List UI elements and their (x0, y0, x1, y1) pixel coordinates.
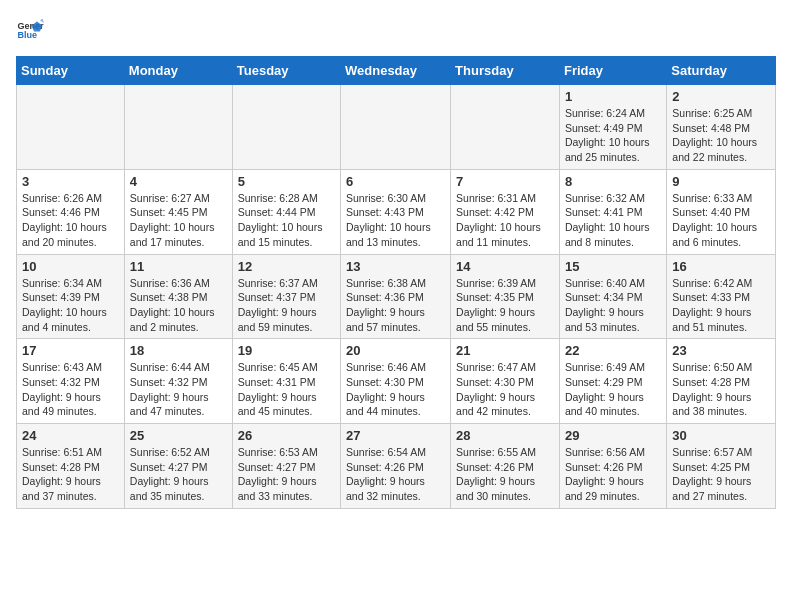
day-cell: 6Sunrise: 6:30 AM Sunset: 4:43 PM Daylig… (341, 169, 451, 254)
week-row-5: 24Sunrise: 6:51 AM Sunset: 4:28 PM Dayli… (17, 424, 776, 509)
header: General Blue (16, 16, 776, 44)
day-info: Sunrise: 6:37 AM Sunset: 4:37 PM Dayligh… (238, 276, 335, 335)
col-header-tuesday: Tuesday (232, 57, 340, 85)
day-cell: 5Sunrise: 6:28 AM Sunset: 4:44 PM Daylig… (232, 169, 340, 254)
day-cell: 8Sunrise: 6:32 AM Sunset: 4:41 PM Daylig… (559, 169, 666, 254)
day-number: 21 (456, 343, 554, 358)
day-cell: 10Sunrise: 6:34 AM Sunset: 4:39 PM Dayli… (17, 254, 125, 339)
day-number: 16 (672, 259, 770, 274)
calendar-table: SundayMondayTuesdayWednesdayThursdayFrid… (16, 56, 776, 509)
day-cell: 14Sunrise: 6:39 AM Sunset: 4:35 PM Dayli… (451, 254, 560, 339)
day-number: 14 (456, 259, 554, 274)
day-cell (124, 85, 232, 170)
day-number: 7 (456, 174, 554, 189)
day-info: Sunrise: 6:44 AM Sunset: 4:32 PM Dayligh… (130, 360, 227, 419)
day-info: Sunrise: 6:54 AM Sunset: 4:26 PM Dayligh… (346, 445, 445, 504)
day-number: 25 (130, 428, 227, 443)
day-info: Sunrise: 6:34 AM Sunset: 4:39 PM Dayligh… (22, 276, 119, 335)
day-info: Sunrise: 6:32 AM Sunset: 4:41 PM Dayligh… (565, 191, 661, 250)
day-cell: 4Sunrise: 6:27 AM Sunset: 4:45 PM Daylig… (124, 169, 232, 254)
day-info: Sunrise: 6:36 AM Sunset: 4:38 PM Dayligh… (130, 276, 227, 335)
day-cell: 1Sunrise: 6:24 AM Sunset: 4:49 PM Daylig… (559, 85, 666, 170)
day-info: Sunrise: 6:40 AM Sunset: 4:34 PM Dayligh… (565, 276, 661, 335)
col-header-saturday: Saturday (667, 57, 776, 85)
day-number: 9 (672, 174, 770, 189)
day-number: 5 (238, 174, 335, 189)
day-cell: 21Sunrise: 6:47 AM Sunset: 4:30 PM Dayli… (451, 339, 560, 424)
header-row: SundayMondayTuesdayWednesdayThursdayFrid… (17, 57, 776, 85)
day-cell: 9Sunrise: 6:33 AM Sunset: 4:40 PM Daylig… (667, 169, 776, 254)
day-number: 3 (22, 174, 119, 189)
col-header-monday: Monday (124, 57, 232, 85)
day-number: 18 (130, 343, 227, 358)
week-row-4: 17Sunrise: 6:43 AM Sunset: 4:32 PM Dayli… (17, 339, 776, 424)
day-cell: 11Sunrise: 6:36 AM Sunset: 4:38 PM Dayli… (124, 254, 232, 339)
day-cell: 7Sunrise: 6:31 AM Sunset: 4:42 PM Daylig… (451, 169, 560, 254)
day-number: 6 (346, 174, 445, 189)
week-row-1: 1Sunrise: 6:24 AM Sunset: 4:49 PM Daylig… (17, 85, 776, 170)
day-number: 12 (238, 259, 335, 274)
day-number: 22 (565, 343, 661, 358)
day-info: Sunrise: 6:24 AM Sunset: 4:49 PM Dayligh… (565, 106, 661, 165)
day-info: Sunrise: 6:33 AM Sunset: 4:40 PM Dayligh… (672, 191, 770, 250)
day-cell (17, 85, 125, 170)
day-info: Sunrise: 6:45 AM Sunset: 4:31 PM Dayligh… (238, 360, 335, 419)
day-cell (232, 85, 340, 170)
day-info: Sunrise: 6:55 AM Sunset: 4:26 PM Dayligh… (456, 445, 554, 504)
day-cell: 29Sunrise: 6:56 AM Sunset: 4:26 PM Dayli… (559, 424, 666, 509)
col-header-thursday: Thursday (451, 57, 560, 85)
day-cell: 12Sunrise: 6:37 AM Sunset: 4:37 PM Dayli… (232, 254, 340, 339)
day-info: Sunrise: 6:25 AM Sunset: 4:48 PM Dayligh… (672, 106, 770, 165)
day-cell: 26Sunrise: 6:53 AM Sunset: 4:27 PM Dayli… (232, 424, 340, 509)
day-info: Sunrise: 6:38 AM Sunset: 4:36 PM Dayligh… (346, 276, 445, 335)
day-info: Sunrise: 6:51 AM Sunset: 4:28 PM Dayligh… (22, 445, 119, 504)
day-cell: 17Sunrise: 6:43 AM Sunset: 4:32 PM Dayli… (17, 339, 125, 424)
day-cell: 18Sunrise: 6:44 AM Sunset: 4:32 PM Dayli… (124, 339, 232, 424)
day-info: Sunrise: 6:26 AM Sunset: 4:46 PM Dayligh… (22, 191, 119, 250)
day-number: 27 (346, 428, 445, 443)
day-cell: 30Sunrise: 6:57 AM Sunset: 4:25 PM Dayli… (667, 424, 776, 509)
day-info: Sunrise: 6:46 AM Sunset: 4:30 PM Dayligh… (346, 360, 445, 419)
day-cell: 20Sunrise: 6:46 AM Sunset: 4:30 PM Dayli… (341, 339, 451, 424)
day-number: 15 (565, 259, 661, 274)
day-number: 8 (565, 174, 661, 189)
day-info: Sunrise: 6:56 AM Sunset: 4:26 PM Dayligh… (565, 445, 661, 504)
day-info: Sunrise: 6:31 AM Sunset: 4:42 PM Dayligh… (456, 191, 554, 250)
day-info: Sunrise: 6:43 AM Sunset: 4:32 PM Dayligh… (22, 360, 119, 419)
day-number: 1 (565, 89, 661, 104)
col-header-sunday: Sunday (17, 57, 125, 85)
day-info: Sunrise: 6:39 AM Sunset: 4:35 PM Dayligh… (456, 276, 554, 335)
day-number: 19 (238, 343, 335, 358)
day-number: 20 (346, 343, 445, 358)
day-cell: 24Sunrise: 6:51 AM Sunset: 4:28 PM Dayli… (17, 424, 125, 509)
day-cell (341, 85, 451, 170)
day-info: Sunrise: 6:30 AM Sunset: 4:43 PM Dayligh… (346, 191, 445, 250)
day-info: Sunrise: 6:42 AM Sunset: 4:33 PM Dayligh… (672, 276, 770, 335)
logo: General Blue (16, 16, 48, 44)
day-number: 28 (456, 428, 554, 443)
day-info: Sunrise: 6:53 AM Sunset: 4:27 PM Dayligh… (238, 445, 335, 504)
day-number: 17 (22, 343, 119, 358)
day-cell: 22Sunrise: 6:49 AM Sunset: 4:29 PM Dayli… (559, 339, 666, 424)
day-info: Sunrise: 6:50 AM Sunset: 4:28 PM Dayligh… (672, 360, 770, 419)
day-info: Sunrise: 6:27 AM Sunset: 4:45 PM Dayligh… (130, 191, 227, 250)
day-number: 10 (22, 259, 119, 274)
day-number: 30 (672, 428, 770, 443)
day-number: 2 (672, 89, 770, 104)
day-cell: 19Sunrise: 6:45 AM Sunset: 4:31 PM Dayli… (232, 339, 340, 424)
day-info: Sunrise: 6:49 AM Sunset: 4:29 PM Dayligh… (565, 360, 661, 419)
day-info: Sunrise: 6:47 AM Sunset: 4:30 PM Dayligh… (456, 360, 554, 419)
day-cell: 16Sunrise: 6:42 AM Sunset: 4:33 PM Dayli… (667, 254, 776, 339)
day-number: 24 (22, 428, 119, 443)
day-number: 29 (565, 428, 661, 443)
day-cell: 25Sunrise: 6:52 AM Sunset: 4:27 PM Dayli… (124, 424, 232, 509)
day-info: Sunrise: 6:52 AM Sunset: 4:27 PM Dayligh… (130, 445, 227, 504)
svg-text:Blue: Blue (17, 30, 37, 40)
day-number: 4 (130, 174, 227, 189)
day-cell: 28Sunrise: 6:55 AM Sunset: 4:26 PM Dayli… (451, 424, 560, 509)
day-cell: 15Sunrise: 6:40 AM Sunset: 4:34 PM Dayli… (559, 254, 666, 339)
day-number: 13 (346, 259, 445, 274)
week-row-3: 10Sunrise: 6:34 AM Sunset: 4:39 PM Dayli… (17, 254, 776, 339)
day-cell (451, 85, 560, 170)
day-cell: 3Sunrise: 6:26 AM Sunset: 4:46 PM Daylig… (17, 169, 125, 254)
